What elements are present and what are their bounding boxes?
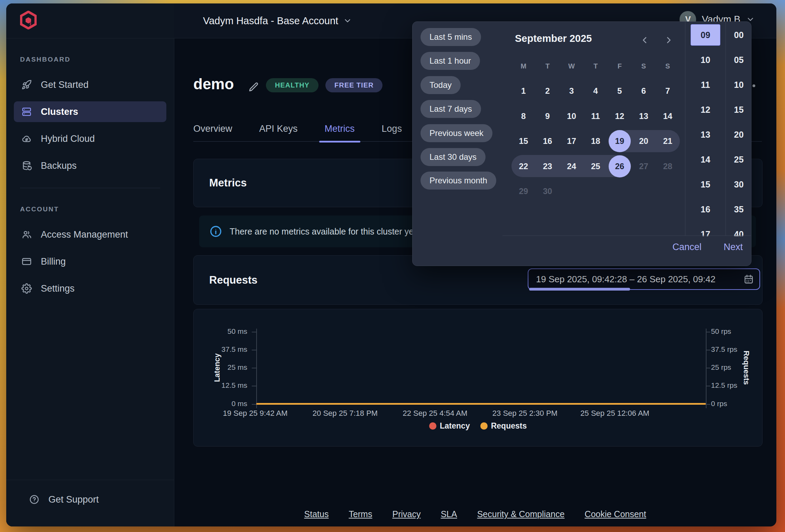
minute-option[interactable]: 10 [726,72,752,97]
hour-option[interactable]: 09 [685,22,726,47]
calendar-day[interactable]: 10 [567,111,576,121]
calendar-day[interactable]: 13 [639,111,648,121]
quickrange-today[interactable]: Today [421,76,461,94]
calendar-day[interactable]: 25 [591,162,600,171]
calendar-day[interactable]: 11 [591,111,600,121]
legend-item-requests[interactable]: Requests [480,421,527,431]
sidebar-item-access-management[interactable]: Access Management [14,224,166,245]
calendar-cell: 29 [511,179,536,204]
minute-option[interactable]: 05 [726,47,752,72]
calendar-day[interactable]: 26 [609,155,631,177]
minute-option[interactable]: 00 [726,22,752,47]
hour-option[interactable]: 14 [685,147,726,172]
account-switcher[interactable]: Vadym Hasdfa - Base Account [203,3,352,38]
settings-icon [21,283,32,294]
more-options-dot[interactable] [752,84,755,87]
calendar-cell: 14 [656,104,680,129]
date-range-value: 19 Sep 2025, 09:42:28 – 26 Sep 2025, 09:… [536,274,715,285]
minute-option[interactable]: 25 [726,147,752,172]
tab-overview[interactable]: Overview [193,123,232,134]
tab-metrics[interactable]: Metrics [325,123,355,134]
hour-option[interactable]: 11 [685,72,726,97]
calendar-day[interactable]: 18 [591,136,600,146]
weekday-label: T [536,54,560,79]
tab-logs[interactable]: Logs [382,123,402,134]
hour-option[interactable]: 13 [685,122,726,147]
footer-link-cookie-consent[interactable]: Cookie Consent [585,509,646,519]
calendar-day[interactable]: 20 [639,136,648,146]
calendar-day[interactable]: 24 [567,162,576,171]
calendar-day[interactable]: 22 [519,162,528,171]
calendar-day[interactable]: 16 [543,136,552,146]
calendar-day[interactable]: 17 [567,136,576,146]
sidebar-item-backups[interactable]: Backups [14,155,166,176]
calendar-day[interactable]: 2 [545,86,550,96]
date-range-input[interactable]: 19 Sep 2025, 09:42:28 – 26 Sep 2025, 09:… [528,268,760,290]
calendar-day[interactable]: 19 [609,130,631,152]
calendar-day[interactable]: 23 [543,162,552,171]
divider [502,236,751,236]
y-axis-title-left: Latency [213,340,222,395]
calendar-day[interactable]: 30 [543,186,552,196]
footer-link-terms[interactable]: Terms [349,509,372,519]
input-focus-bar [529,288,630,291]
sidebar-item-get-started[interactable]: Get Started [14,74,166,95]
hour-option[interactable]: 17 [685,222,726,236]
hour-option[interactable]: 16 [685,197,726,222]
quickrange-last-7-days[interactable]: Last 7 days [421,100,481,118]
quickrange-previous-month[interactable]: Previous month [421,172,496,190]
hour-option[interactable]: 15 [685,172,726,197]
calendar-prev-button[interactable] [639,35,650,45]
minute-option[interactable]: 20 [726,122,752,147]
calendar-next-button[interactable] [664,35,674,45]
footer-link-privacy[interactable]: Privacy [392,509,421,519]
calendar-day[interactable]: 15 [519,136,528,146]
calendar-day[interactable]: 29 [519,186,528,196]
calendar-day[interactable]: 8 [521,111,526,121]
calendar-day[interactable]: 28 [663,162,672,171]
calendar-day[interactable]: 21 [663,136,672,146]
sidebar-section-label: ACCOUNT [20,205,174,213]
sidebar-item-hybrid-cloud[interactable]: Hybrid Cloud [14,128,166,149]
quickrange-previous-week[interactable]: Previous week [421,124,492,142]
weekday-label: T [584,54,608,79]
quickrange-last-30-days[interactable]: Last 30 days [421,148,486,166]
quickrange-last-1-hour[interactable]: Last 1 hour [421,52,480,70]
y-axis-title-right: Requests [742,340,751,395]
sidebar-item-get-support[interactable]: Get Support [21,489,159,510]
sidebar-item-clusters[interactable]: Clusters [14,101,166,122]
x-tick-label: 22 Sep 25 4:54 AM [387,409,483,418]
next-button[interactable]: Next [723,242,743,253]
legend-item-latency[interactable]: Latency [429,421,470,431]
sidebar-item-settings[interactable]: Settings [14,278,166,299]
calendar-day[interactable]: 12 [615,111,624,121]
calendar-day[interactable]: 14 [663,111,672,121]
calendar-day[interactable]: 6 [641,86,646,96]
footer-link-status[interactable]: Status [304,509,329,519]
calendar-day[interactable]: 1 [521,86,526,96]
calendar-day[interactable]: 4 [593,86,598,96]
qdrant-logo[interactable] [20,11,37,31]
series-line-requests [256,403,706,405]
quickrange-last-5-mins[interactable]: Last 5 mins [421,28,481,46]
calendar-day[interactable]: 5 [617,86,622,96]
minute-option[interactable]: 40 [726,222,752,236]
desktop-background: DASHBOARDGet StartedClustersHybrid Cloud… [0,0,785,532]
tab-api-keys[interactable]: API Keys [259,123,298,134]
edit-cluster-name-icon[interactable] [248,82,259,93]
hour-option[interactable]: 12 [685,97,726,122]
hour-option[interactable]: 10 [685,47,726,72]
cancel-button[interactable]: Cancel [672,242,701,253]
minute-option[interactable]: 30 [726,172,752,197]
minute-option[interactable]: 15 [726,97,752,122]
legend-dot [429,422,436,430]
calendar-day[interactable]: 3 [569,86,574,96]
calendar-icon[interactable] [744,274,754,284]
footer-link-sla[interactable]: SLA [441,509,457,519]
footer-link-security-compliance[interactable]: Security & Compliance [477,509,565,519]
minute-option[interactable]: 35 [726,197,752,222]
calendar-day[interactable]: 7 [665,86,670,96]
sidebar-item-billing[interactable]: Billing [14,251,166,272]
calendar-day[interactable]: 27 [639,162,648,171]
calendar-day[interactable]: 9 [545,111,550,121]
